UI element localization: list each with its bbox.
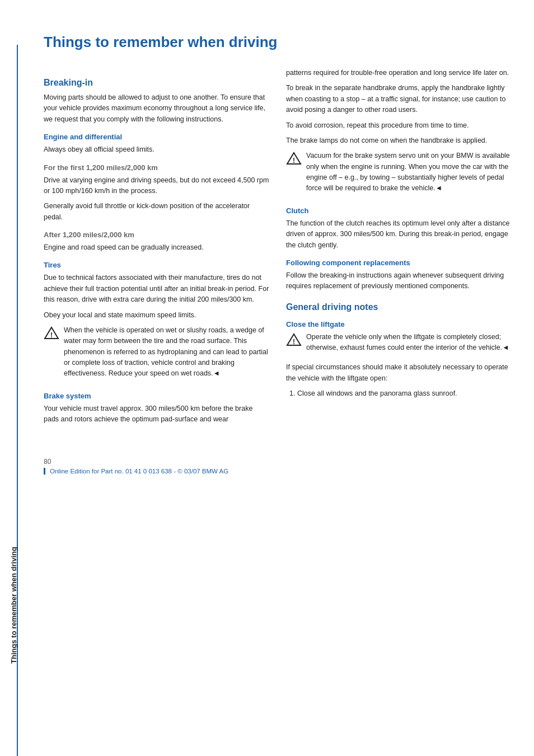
first-1200-heading: For the first 1,200 miles/2,000 km bbox=[44, 163, 269, 172]
first-1200-p1: Drive at varying engine and driving spee… bbox=[44, 175, 269, 197]
handbrake-p3: The brake lamps do not come on when the … bbox=[286, 135, 512, 146]
breaking-in-p1: Moving parts should be allowed to adjust… bbox=[44, 92, 269, 125]
brake-warning: ! Vacuum for the brake system servo unit… bbox=[286, 151, 512, 199]
left-column: Breaking-in Moving parts should be allow… bbox=[44, 68, 269, 430]
handbrake-p2: To avoid corrosion, repeat this procedur… bbox=[286, 120, 512, 131]
brake-warning-triangle-icon: ! bbox=[286, 151, 302, 166]
liftgate-open-p1: If special circumstances should make it … bbox=[286, 362, 512, 384]
svg-text:!: ! bbox=[50, 331, 53, 339]
liftgate-warning-triangle-icon: ! bbox=[286, 332, 302, 347]
liftgate-warning: ! Operate the vehicle only when the lift… bbox=[286, 332, 512, 358]
tires-p2: Obey your local and state maximum speed … bbox=[44, 310, 269, 321]
tires-p1: Due to technical factors associated with… bbox=[44, 273, 269, 305]
sidebar: Things to remember when driving bbox=[0, 0, 27, 756]
handbrake-p1: To break in the separate handbrake drums… bbox=[286, 83, 512, 115]
close-liftgate-heading: Close the liftgate bbox=[286, 320, 512, 328]
right-column: patterns required for trouble-free opera… bbox=[286, 68, 512, 430]
main-content: Things to remember when driving Breaking… bbox=[27, 0, 534, 756]
following-components-heading: Following component replacements bbox=[286, 259, 512, 267]
footer: 80 Online Edition for Part no. 01 41 0 0… bbox=[44, 452, 512, 475]
two-column-layout: Breaking-in Moving parts should be allow… bbox=[44, 68, 512, 430]
page-number: 80 bbox=[44, 458, 512, 466]
engine-differential-heading: Engine and differential bbox=[44, 133, 269, 141]
tires-warning: ! When the vehicle is operated on wet or… bbox=[44, 325, 269, 384]
svg-text:!: ! bbox=[293, 157, 295, 165]
following-components-p1: Follow the breaking-in instructions agai… bbox=[286, 270, 512, 292]
liftgate-list-item-1: Close all windows and the panorama glass… bbox=[297, 388, 512, 399]
breaking-in-heading: Breaking-in bbox=[44, 78, 269, 88]
after-1200-p1: Engine and road speed can be gradually i… bbox=[44, 242, 269, 253]
page-container: Things to remember when driving Things t… bbox=[0, 0, 534, 756]
after-1200-heading: After 1,200 miles/2,000 km bbox=[44, 231, 269, 239]
brake-warning-text: Vacuum for the brake system servo unit o… bbox=[306, 151, 512, 194]
sidebar-label: Things to remember when driving bbox=[10, 547, 18, 664]
page-title: Things to remember when driving bbox=[44, 34, 512, 51]
liftgate-list: Close all windows and the panorama glass… bbox=[297, 388, 512, 399]
engine-differential-p1: Always obey all official speed limits. bbox=[44, 144, 269, 155]
liftgate-warning-text: Operate the vehicle only when the liftga… bbox=[306, 332, 512, 354]
clutch-heading: Clutch bbox=[286, 206, 512, 215]
first-1200-p2: Generally avoid full throttle or kick-do… bbox=[44, 201, 269, 223]
general-driving-notes-heading: General driving notes bbox=[286, 302, 512, 312]
svg-text:!: ! bbox=[293, 338, 295, 346]
brake-system-heading: Brake system bbox=[44, 392, 269, 400]
brake-system-p1: Your vehicle must travel approx. 300 mil… bbox=[44, 403, 269, 425]
sidebar-label-wrapper: Things to remember when driving bbox=[0, 543, 27, 666]
warning-triangle-icon: ! bbox=[44, 326, 59, 340]
brake-system-continued: patterns required for trouble-free opera… bbox=[286, 68, 512, 78]
clutch-p1: The function of the clutch reaches its o… bbox=[286, 218, 512, 251]
footer-text: Online Edition for Part no. 01 41 0 013 … bbox=[44, 468, 512, 475]
tires-warning-text: When the vehicle is operated on wet or s… bbox=[64, 325, 269, 379]
tires-heading: Tires bbox=[44, 261, 269, 269]
